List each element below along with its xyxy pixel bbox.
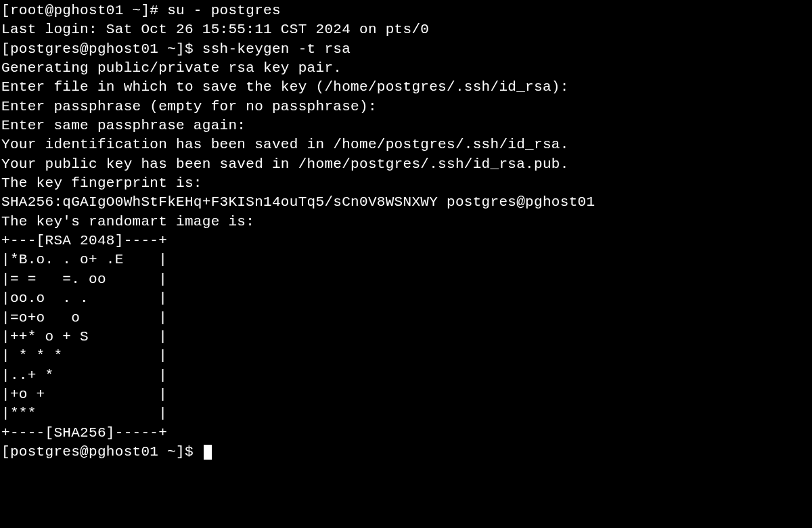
randomart-line: |++* o + S | — [1, 328, 812, 347]
terminal-line: Your identification has been saved in /h… — [1, 135, 812, 154]
prompt-text: [postgres@pghost01 ~]$ — [1, 444, 202, 460]
terminal-line: Generating public/private rsa key pair. — [1, 59, 812, 78]
terminal-line: The key fingerprint is: — [1, 174, 812, 193]
prompt-line[interactable]: [postgres@pghost01 ~]$ — [1, 443, 812, 462]
randomart-line: |+o + | — [1, 385, 812, 404]
randomart-line: |*** | — [1, 404, 812, 423]
cursor-icon — [204, 445, 212, 460]
randomart-line: |=o+o o | — [1, 309, 812, 328]
randomart-line: |= = =. oo | — [1, 270, 812, 289]
randomart-line: +----[SHA256]-----+ — [1, 424, 812, 443]
terminal-line: Enter passphrase (empty for no passphras… — [1, 97, 812, 116]
randomart-line: +---[RSA 2048]----+ — [1, 232, 812, 250]
randomart-line: | * * * | — [1, 347, 812, 366]
randomart-line: |oo.o . . | — [1, 289, 812, 308]
terminal-line: Enter same passphrase again: — [1, 116, 812, 135]
terminal-line: [postgres@pghost01 ~]$ ssh-keygen -t rsa — [1, 40, 812, 59]
terminal-line: Enter file in which to save the key (/ho… — [1, 78, 812, 97]
randomart-line: |*B.o. . o+ .E | — [1, 250, 812, 269]
terminal-output[interactable]: [root@pghost01 ~]# su - postgres Last lo… — [1, 1, 812, 462]
terminal-line: Last login: Sat Oct 26 15:55:11 CST 2024… — [1, 20, 812, 39]
terminal-line: Your public key has been saved in /home/… — [1, 155, 812, 174]
randomart-line: |..+ * | — [1, 366, 812, 385]
terminal-line: The key's randomart image is: — [1, 213, 812, 232]
terminal-line: SHA256:qGAIgO0WhStFkEHq+F3KISn14ouTq5/sC… — [1, 193, 812, 212]
terminal-line: [root@pghost01 ~]# su - postgres — [1, 1, 812, 20]
